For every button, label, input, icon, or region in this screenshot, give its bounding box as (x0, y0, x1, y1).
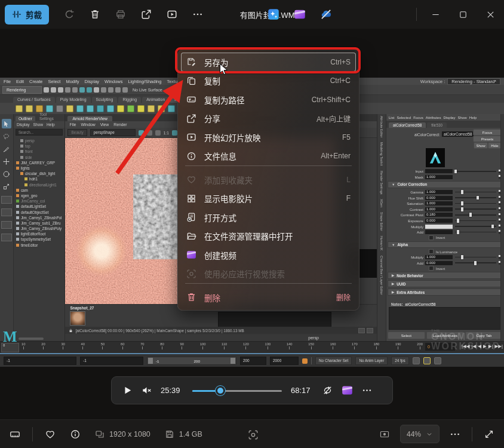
node-icon (16, 211, 19, 214)
edit-in-clipchamp-button[interactable] (342, 385, 353, 396)
gnomon-watermark: THE GNOMON WORKSHOP (431, 329, 500, 351)
range-slider: -1 200 (147, 357, 236, 365)
maya-tool (2, 144, 11, 154)
delete-button[interactable] (90, 9, 100, 20)
filmstrip-toggle-button[interactable] (10, 429, 20, 440)
slider-knob (474, 261, 477, 265)
visual-search-button[interactable] (248, 429, 259, 440)
node-icon (20, 150, 23, 153)
toolbar-more-button[interactable] (450, 429, 460, 440)
attribute-editor-menu: Show (457, 115, 466, 119)
rotate-button[interactable] (64, 9, 75, 20)
close-icon (486, 10, 495, 19)
attribute-row: Multiply 1.000 (386, 254, 504, 260)
maya-tool (2, 119, 11, 128)
onedrive-disconnected-button[interactable] (320, 8, 332, 20)
zoom-level-dropdown[interactable]: 44% (400, 425, 440, 443)
node-icon (24, 177, 27, 180)
maya-timeline: 0 10203040506070809010011012013014015016… (0, 341, 504, 354)
node-icon (16, 200, 19, 202)
outliner-tab: Outliner (16, 116, 35, 121)
mute-button[interactable] (142, 385, 152, 395)
node-icon (24, 183, 27, 186)
outliner-item: circular_dish_light (20, 171, 65, 176)
outliner-item: lights (16, 165, 65, 171)
menu-item-open-in-file-explorer[interactable]: 在文件资源管理器中打开 (181, 227, 356, 246)
maya-status-icon (79, 87, 85, 93)
timeline-tick: 160 (330, 342, 336, 352)
outliner-item: hdri1 (24, 176, 65, 182)
maximize-button[interactable] (449, 0, 477, 29)
crop-button[interactable]: 剪裁 (5, 5, 49, 24)
maya-menu: Select (48, 79, 61, 84)
clipchamp-app-button[interactable] (294, 8, 306, 20)
timeline-tick: 70 (140, 342, 144, 352)
share-button[interactable] (141, 9, 152, 20)
attribute-row: Mask 1.000 (386, 174, 504, 180)
menu-item-delete[interactable]: 删除 删除 (181, 288, 356, 307)
maya-tool (2, 169, 11, 179)
menu-item-bing-visual-search[interactable]: 使用必应进行视觉搜索 (181, 265, 356, 284)
seek-slider[interactable] (192, 386, 282, 395)
outliner-item: directionalLight1 (24, 182, 65, 188)
maya-workspace: Workspace : Rendering - Standard* (420, 78, 500, 85)
menu-item-show-filmstrip[interactable]: 显示电影胶片 F (181, 189, 356, 208)
max-icon (459, 10, 468, 19)
side-tab: Human IK (380, 236, 383, 250)
timeline-tick: 200 (417, 342, 423, 352)
folder-icon (186, 231, 196, 241)
node-icon (16, 194, 19, 197)
menu-item-create-video[interactable]: 创建视频 (181, 246, 356, 265)
maya-shelf-icon (76, 105, 84, 112)
slideshow-button[interactable] (167, 9, 177, 20)
titlebar: 剪裁 有图片封面.WMV (0, 0, 504, 29)
player-more-button[interactable] (362, 385, 372, 395)
maya-shelf-icon (66, 105, 73, 112)
more-button[interactable] (192, 9, 203, 20)
titlebar-tools (49, 9, 203, 20)
timeline-tick: 60 (121, 342, 124, 352)
timeline-tick: 90 (180, 342, 184, 352)
outliner-item: Jim_Carrey_ZBrushPoly (16, 226, 65, 231)
scale-icon (2, 183, 10, 191)
outliner-item: xgen_geo (16, 193, 65, 198)
slider-knob (469, 213, 472, 217)
menu-item-open-with[interactable]: 打开方式 (181, 208, 356, 227)
outliner-item: topoSymmetrySet (16, 237, 65, 242)
favorite-button[interactable] (45, 429, 56, 440)
minimize-button[interactable] (422, 0, 449, 29)
timeline-tick: 120 (243, 342, 249, 352)
play-button[interactable] (122, 385, 133, 395)
timeline-tick: 110 (222, 342, 227, 352)
divider (472, 427, 472, 441)
file-info-button[interactable] (70, 429, 81, 440)
side-tab: Channel Box / Layer Editor (380, 256, 383, 295)
print-button[interactable] (115, 9, 126, 20)
outliner-item: persp (20, 138, 65, 143)
comment-box (218, 312, 331, 327)
status-icon (367, 328, 373, 333)
section-alpha: ▼Alpha (388, 241, 503, 248)
node-icon (16, 167, 19, 170)
close-button[interactable] (477, 0, 504, 29)
timeline-tick: 10 (21, 342, 25, 352)
divider (416, 8, 417, 21)
fullscreen-button[interactable] (484, 429, 494, 440)
current-time: 25:39 (161, 386, 183, 395)
tool-settings-tab: Tool Settings (36, 112, 63, 121)
outliner-menu: Show (33, 122, 44, 127)
zoom-to-fit-button[interactable] (379, 429, 390, 440)
chevron-down-icon (426, 431, 433, 438)
photo-edit-app-button[interactable] (268, 8, 279, 20)
maya-status-icon (44, 87, 49, 93)
outliner-item: front (20, 149, 65, 154)
brush-icon (2, 145, 10, 153)
arnold-logo-swatch (426, 148, 445, 167)
side-tab: Modeling Toolkit (380, 142, 383, 165)
seek-thumb[interactable] (216, 386, 225, 395)
attribute-row: Add 0.000 (386, 260, 504, 266)
min-icon (431, 10, 440, 19)
slider-knob (461, 207, 463, 211)
repeat-off-button[interactable] (322, 385, 333, 395)
side-tab: Shape Editor (380, 212, 383, 231)
